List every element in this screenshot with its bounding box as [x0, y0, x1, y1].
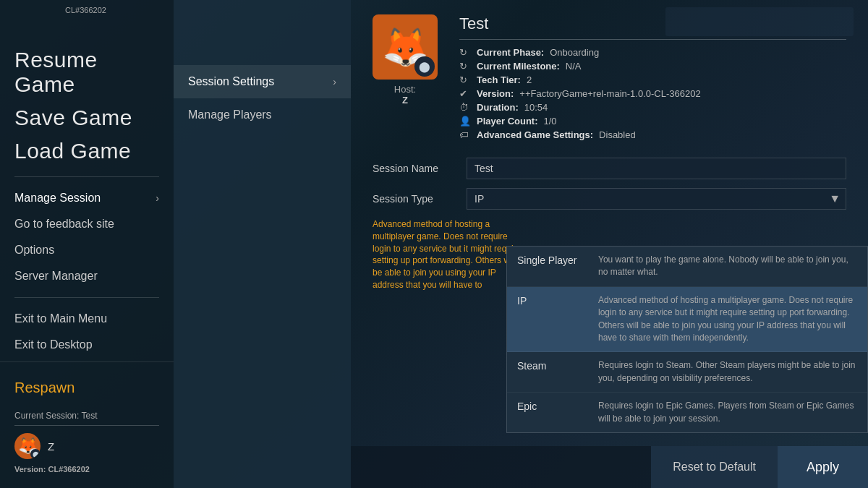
host-name: Z	[402, 95, 408, 106]
session-name-input[interactable]	[467, 158, 846, 179]
sidebar-item-server-manager-label: Server Manager	[14, 270, 98, 283]
game-info-panel: 🦊 ⬤ Host: Z Test ↻ Current Phase: Onboar…	[351, 0, 868, 150]
detail-row-adv-settings: 🏷 Advanced Game Settings: Disabled	[459, 129, 846, 140]
current-session-label: Current Session: Test	[14, 411, 159, 421]
adv-settings-value: Disabled	[599, 129, 636, 140]
sidebar-item-exit-desktop[interactable]: Exit to Desktop	[14, 333, 159, 357]
sidebar-item-load-game[interactable]: Load Game	[14, 134, 159, 168]
phase-label: Current Phase:	[477, 47, 544, 58]
sidebar-item-manage-session[interactable]: Manage Session ›	[14, 186, 159, 210]
second-panel-manage-players-label: Manage Players	[188, 108, 272, 121]
second-panel: Session Settings › Manage Players	[174, 0, 351, 488]
player-count-icon: 👤	[459, 116, 471, 127]
session-type-select[interactable]: IP Single Player Steam Epic	[467, 188, 846, 210]
duration-label: Duration:	[477, 102, 519, 113]
sidebar-main-nav: Resume Game Save Game Load Game	[0, 43, 174, 168]
chevron-right-icon-session: ›	[333, 76, 336, 87]
steam-icon: ⬤	[30, 449, 41, 459]
single-player-option-name: Single Player	[517, 254, 590, 266]
version-check-icon: ✔	[459, 88, 471, 99]
sidebar-item-options-label: Options	[14, 244, 54, 257]
sidebar-item-server-manager[interactable]: Server Manager	[14, 264, 159, 288]
session-name-label: Session Name	[373, 163, 467, 174]
sidebar: Resume Game Save Game Load Game Manage S…	[0, 0, 174, 488]
game-icon: 🦊 ⬤	[373, 14, 438, 80]
session-type-select-wrapper: IP Single Player Steam Epic ▼	[467, 188, 846, 210]
version-info-value: CL#366202	[48, 465, 90, 474]
game-title: Test	[459, 14, 846, 33]
sidebar-item-exit-desktop-label: Exit to Desktop	[14, 338, 93, 351]
version-info: Version: CL#366202	[14, 465, 159, 474]
single-player-option-desc: You want to play the game alone. Nobody …	[598, 254, 857, 279]
version-value: ++FactoryGame+rel-main-1.0.0-CL-366202	[519, 88, 700, 99]
bottom-bar: Reset to Default Apply	[351, 446, 868, 488]
reset-to-default-button[interactable]: Reset to Default	[651, 446, 778, 488]
sidebar-item-save-game[interactable]: Save Game	[14, 101, 159, 134]
tech-tier-value: 2	[527, 74, 532, 85]
sidebar-item-options[interactable]: Options	[14, 238, 159, 262]
duration-icon: ⏱	[459, 102, 471, 113]
tech-tier-icon: ↻	[459, 74, 471, 85]
dropdown-option-steam[interactable]: Steam Requires login to Steam. Other Ste…	[507, 352, 867, 393]
epic-option-desc: Requires login to Epic Games. Players fr…	[598, 400, 857, 425]
duration-value: 10:54	[524, 102, 548, 113]
game-title-divider	[459, 39, 846, 40]
sidebar-divider-mid	[14, 297, 159, 298]
detail-row-player-count: 👤 Player Count: 1/0	[459, 116, 846, 127]
milestone-value: N/A	[566, 61, 582, 72]
apply-button[interactable]: Apply	[778, 446, 868, 488]
version-info-label: Version:	[14, 465, 46, 474]
sidebar-bottom: Respawn Current Session: Test 🦊 ⬤ Z Vers…	[0, 361, 174, 488]
detail-row-milestone: ↻ Current Milestone: N/A	[459, 61, 846, 72]
sidebar-item-feedback-label: Go to feedback site	[14, 218, 114, 231]
adv-settings-icon: 🏷	[459, 129, 471, 140]
sidebar-exit-nav: Exit to Main Menu Exit to Desktop	[0, 307, 174, 357]
sidebar-item-exit-main-menu[interactable]: Exit to Main Menu	[14, 307, 159, 331]
session-type-dropdown: Single Player You want to play the game …	[506, 246, 868, 433]
dropdown-option-single-player[interactable]: Single Player You want to play the game …	[507, 247, 867, 287]
host-label: Host:	[394, 84, 416, 95]
game-details: Test ↻ Current Phase: Onboarding ↻ Curre…	[459, 14, 846, 143]
detail-row-tech-tier: ↻ Tech Tier: 2	[459, 74, 846, 85]
chevron-right-icon: ›	[156, 192, 159, 204]
detail-row-duration: ⏱ Duration: 10:54	[459, 102, 846, 113]
player-count-label: Player Count:	[477, 116, 538, 127]
respawn-button[interactable]: Respawn	[14, 377, 159, 399]
session-user: 🦊 ⬤ Z	[14, 433, 159, 459]
second-panel-item-manage-players[interactable]: Manage Players	[174, 98, 351, 132]
epic-option-name: Epic	[517, 400, 590, 412]
session-divider	[14, 425, 159, 426]
session-type-row: Session Type IP Single Player Steam Epic…	[373, 188, 846, 210]
version-label: Version:	[477, 88, 514, 99]
sidebar-item-feedback-site[interactable]: Go to feedback site	[14, 212, 159, 236]
session-type-label: Session Type	[373, 193, 467, 205]
dropdown-option-epic[interactable]: Epic Requires login to Epic Games. Playe…	[507, 393, 867, 432]
session-name-row: Session Name	[373, 158, 846, 179]
steam-overlay-icon: ⬤	[414, 56, 435, 77]
advanced-note: Advanced method of hosting a multiplayer…	[373, 218, 524, 291]
ip-option-name: IP	[517, 294, 590, 307]
steam-option-desc: Requires login to Steam. Other Steam pla…	[598, 359, 857, 385]
milestone-icon: ↻	[459, 61, 471, 72]
second-panel-item-session-settings[interactable]: Session Settings ›	[174, 65, 351, 98]
avatar: 🦊 ⬤	[14, 433, 41, 459]
tech-tier-label: Tech Tier:	[477, 74, 521, 85]
sidebar-item-exit-main-menu-label: Exit to Main Menu	[14, 312, 107, 325]
detail-row-version: ✔ Version: ++FactoryGame+rel-main-1.0.0-…	[459, 88, 846, 99]
second-panel-session-settings-label: Session Settings	[188, 75, 274, 88]
sidebar-sub-nav: Manage Session › Go to feedback site Opt…	[0, 186, 174, 288]
session-username: Z	[48, 440, 54, 453]
detail-row-phase: ↻ Current Phase: Onboarding	[459, 47, 846, 58]
sidebar-divider-top	[14, 176, 159, 177]
ip-option-desc: Advanced method of hosting a multiplayer…	[598, 294, 857, 345]
steam-option-name: Steam	[517, 359, 590, 372]
phase-icon: ↻	[459, 47, 471, 58]
sidebar-item-resume-game[interactable]: Resume Game	[14, 43, 159, 101]
sidebar-item-manage-session-label: Manage Session	[14, 192, 101, 205]
dropdown-option-ip[interactable]: IP Advanced method of hosting a multipla…	[507, 287, 867, 353]
milestone-label: Current Milestone:	[477, 61, 560, 72]
version-badge: CL#366202	[65, 6, 106, 14]
player-count-value: 1/0	[544, 116, 557, 127]
adv-settings-label: Advanced Game Settings:	[477, 129, 593, 140]
phase-value: Onboarding	[550, 47, 599, 58]
